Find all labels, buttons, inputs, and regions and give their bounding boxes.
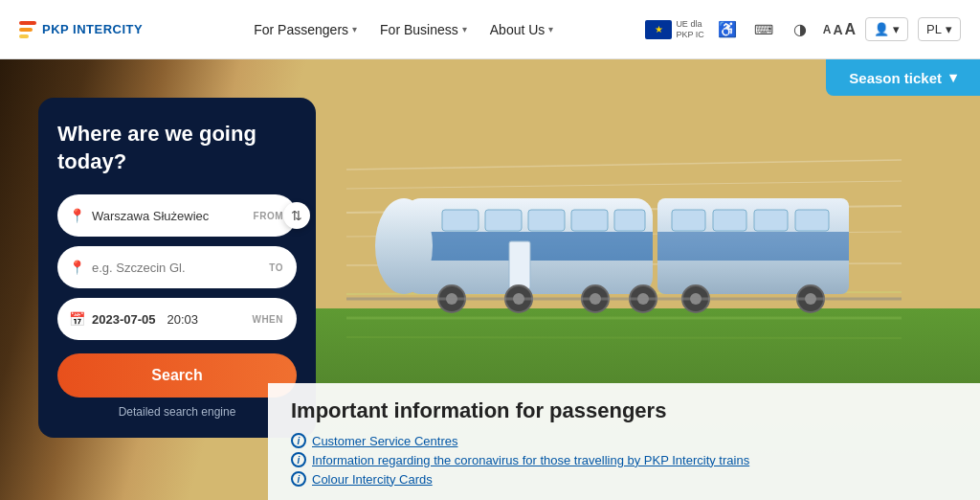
user-menu-button[interactable]: 👤 ▾ <box>865 17 908 41</box>
search-button[interactable]: Search <box>57 353 297 398</box>
svg-rect-26 <box>657 232 849 261</box>
user-icon: 👤 <box>874 22 889 36</box>
svg-rect-12 <box>485 210 522 231</box>
train-svg <box>346 150 902 371</box>
detailed-search-link[interactable]: Detailed search engine <box>57 405 297 419</box>
info-icon-2: i <box>291 452 306 467</box>
svg-rect-29 <box>754 210 788 231</box>
font-size-small[interactable]: A <box>823 23 832 36</box>
chevron-down-icon: ▾ <box>893 22 900 36</box>
to-field-row: 📍 TO <box>57 246 297 288</box>
info-title-highlight: Important <box>291 398 388 422</box>
info-icon-1: i <box>291 433 306 448</box>
from-label: FROM <box>254 211 283 221</box>
season-ticket-label: Season ticket <box>849 70 942 86</box>
time-value: 20:03 <box>167 312 199 327</box>
logo-text: PKP INTERCITY <box>42 22 143 36</box>
svg-rect-11 <box>442 210 479 231</box>
from-input-wrapper: 📍 FROM <box>57 194 297 237</box>
train-visual-area <box>268 117 980 404</box>
to-input-wrapper: 📍 TO <box>57 246 297 288</box>
main-nav: For Passengers ▾ For Business ▾ About Us… <box>244 16 563 43</box>
to-label: TO <box>269 262 283 273</box>
svg-rect-15 <box>614 210 645 231</box>
nav-for-business[interactable]: For Business ▾ <box>370 16 477 43</box>
nav-about-us[interactable]: About Us ▾ <box>480 16 564 43</box>
customer-service-link[interactable]: Customer Service Centres <box>312 434 457 448</box>
logo-area: PKP INTERCITY <box>19 21 143 38</box>
info-title: Important information for passengers <box>291 398 957 423</box>
logo-icon[interactable]: PKP INTERCITY <box>19 21 143 38</box>
info-icon-3: i <box>291 471 306 487</box>
date-time-row[interactable]: 📅 2023-07-05 20:03 WHEN <box>57 298 297 340</box>
header-right: ★ UE dlaPKP IC ♿ ⌨ ◑ A A A 👤 ▾ PL ▾ <box>645 16 961 43</box>
logo-bars <box>19 21 36 38</box>
svg-line-0 <box>346 160 902 170</box>
to-input[interactable] <box>92 261 281 275</box>
svg-point-10 <box>375 198 433 294</box>
eu-badge: ★ UE dlaPKP IC <box>645 19 703 40</box>
chevron-down-icon: ▾ <box>949 69 957 86</box>
contrast-icon[interactable]: ◑ <box>787 16 813 43</box>
font-size-controls: A A A <box>823 21 856 38</box>
info-links-list: i Customer Service Centres i Information… <box>291 433 957 487</box>
svg-rect-13 <box>528 210 565 231</box>
info-title-rest: information for passengers <box>388 398 666 422</box>
language-button[interactable]: PL ▾ <box>918 17 961 41</box>
search-heading: Where are we going today? <box>57 121 297 175</box>
hero-section: Season ticket ▾ Where are we going today… <box>0 59 980 500</box>
date-value: 2023-07-05 <box>92 312 156 327</box>
eu-text: UE dlaPKP IC <box>676 19 703 40</box>
nav-for-passengers[interactable]: For Passengers ▾ <box>244 16 367 43</box>
colour-cards-link[interactable]: Colour Intercity Cards <box>312 472 433 487</box>
svg-rect-30 <box>795 210 829 231</box>
location-to-icon: 📍 <box>69 260 85 275</box>
font-size-medium[interactable]: A <box>833 22 842 37</box>
header: PKP INTERCITY For Passengers ▾ For Busin… <box>0 0 980 59</box>
info-panel: Important information for passengers i C… <box>268 383 980 500</box>
coronavirus-info-link[interactable]: Information regarding the coronavirus fo… <box>312 453 749 467</box>
info-link-row-2: i Information regarding the coronavirus … <box>291 452 957 467</box>
font-size-large[interactable]: A <box>845 21 857 38</box>
chevron-down-icon: ▾ <box>462 24 467 34</box>
swap-button[interactable]: ⇅ <box>283 202 310 229</box>
info-link-row-3: i Colour Intercity Cards <box>291 471 957 487</box>
season-ticket-button[interactable]: Season ticket ▾ <box>826 59 980 96</box>
svg-rect-14 <box>571 210 608 231</box>
svg-rect-27 <box>672 210 705 231</box>
from-field-row: 📍 FROM ⇅ <box>57 194 297 237</box>
lang-label: PL <box>926 22 942 36</box>
language-icon[interactable]: ⌨ <box>750 16 777 43</box>
calendar-icon: 📅 <box>69 311 85 327</box>
chevron-down-icon: ▾ <box>946 22 952 36</box>
when-label: WHEN <box>252 314 283 325</box>
eu-flag-icon: ★ <box>645 20 672 39</box>
svg-line-1 <box>346 181 902 189</box>
svg-line-7 <box>346 337 902 338</box>
location-from-icon: 📍 <box>69 208 85 223</box>
svg-rect-16 <box>509 241 530 289</box>
svg-rect-28 <box>713 210 746 231</box>
wheelchair-icon[interactable]: ♿ <box>714 16 741 43</box>
chevron-down-icon: ▾ <box>352 24 357 34</box>
info-link-row-1: i Customer Service Centres <box>291 433 957 448</box>
chevron-down-icon: ▾ <box>548 24 553 34</box>
